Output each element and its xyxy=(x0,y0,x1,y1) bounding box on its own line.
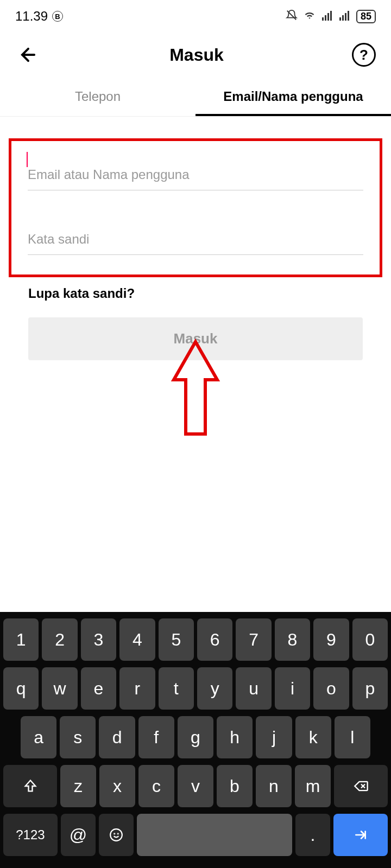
key-0[interactable]: 0 xyxy=(352,618,388,661)
key-p[interactable]: p xyxy=(352,667,388,710)
key-emoji[interactable] xyxy=(99,814,134,856)
key-9[interactable]: 9 xyxy=(313,618,349,661)
b-icon: B xyxy=(52,11,63,22)
key-symbols[interactable]: ?123 xyxy=(3,814,58,856)
svg-rect-0 xyxy=(322,17,324,21)
key-6[interactable]: 6 xyxy=(197,618,232,661)
back-button[interactable] xyxy=(15,42,41,68)
svg-rect-5 xyxy=(342,15,344,21)
key-backspace[interactable] xyxy=(334,765,388,807)
key-i[interactable]: i xyxy=(275,667,310,710)
status-time: 11.39 xyxy=(15,9,48,24)
key-5[interactable]: 5 xyxy=(159,618,194,661)
tabs: Telepon Email/Nama pengguna xyxy=(0,79,391,117)
tab-phone[interactable]: Telepon xyxy=(0,79,195,116)
key-7[interactable]: 7 xyxy=(236,618,271,661)
key-k[interactable]: k xyxy=(295,716,331,758)
svg-rect-4 xyxy=(339,17,341,21)
svg-point-8 xyxy=(110,829,122,841)
key-h[interactable]: h xyxy=(217,716,253,758)
mute-icon xyxy=(286,9,298,23)
arrow-annotation xyxy=(163,336,228,442)
password-input[interactable] xyxy=(28,216,363,255)
key-period[interactable]: . xyxy=(295,814,330,856)
key-8[interactable]: 8 xyxy=(275,618,310,661)
key-3[interactable]: 3 xyxy=(81,618,116,661)
page-title: Masuk xyxy=(169,45,224,65)
svg-point-9 xyxy=(114,833,115,834)
key-m[interactable]: m xyxy=(295,765,331,807)
key-2[interactable]: 2 xyxy=(42,618,77,661)
key-y[interactable]: y xyxy=(197,667,232,710)
key-b[interactable]: b xyxy=(217,765,253,807)
key-space[interactable] xyxy=(137,814,292,856)
svg-rect-1 xyxy=(325,15,326,21)
kb-row-4: z x c v b n m xyxy=(3,765,388,807)
status-left: 11.39 B xyxy=(15,9,63,24)
key-c[interactable]: c xyxy=(138,765,174,807)
header: Masuk ? xyxy=(0,30,391,79)
kb-row-2: q w e r t y u i o p xyxy=(3,667,388,710)
signal-icon xyxy=(321,10,333,23)
username-input[interactable] xyxy=(28,152,363,190)
key-w[interactable]: w xyxy=(42,667,77,710)
key-enter[interactable] xyxy=(333,814,388,856)
key-t[interactable]: t xyxy=(159,667,194,710)
tab-email-username[interactable]: Email/Nama pengguna xyxy=(195,79,391,116)
key-q[interactable]: q xyxy=(3,667,39,710)
wifi-icon xyxy=(303,10,316,23)
status-bar: 11.39 B 85 xyxy=(0,0,391,30)
kb-row-5: ?123 @ . xyxy=(3,814,388,856)
key-a[interactable]: a xyxy=(21,716,56,758)
key-g[interactable]: g xyxy=(178,716,213,758)
status-right: 85 xyxy=(286,9,376,23)
svg-rect-2 xyxy=(327,13,329,21)
key-n[interactable]: n xyxy=(256,765,292,807)
key-x[interactable]: x xyxy=(99,765,135,807)
help-button[interactable]: ? xyxy=(352,43,376,67)
key-f[interactable]: f xyxy=(138,716,174,758)
svg-point-10 xyxy=(118,833,118,834)
kb-row-1: 1 2 3 4 5 6 7 8 9 0 xyxy=(3,618,388,661)
form-highlight-box xyxy=(9,138,382,277)
svg-rect-3 xyxy=(330,11,332,21)
key-d[interactable]: d xyxy=(99,716,135,758)
svg-rect-6 xyxy=(345,13,346,21)
key-l[interactable]: l xyxy=(335,716,370,758)
key-v[interactable]: v xyxy=(178,765,213,807)
key-u[interactable]: u xyxy=(236,667,271,710)
key-e[interactable]: e xyxy=(81,667,116,710)
key-at[interactable]: @ xyxy=(61,814,96,856)
battery-indicator: 85 xyxy=(356,10,376,23)
forgot-password-link[interactable]: Lupa kata sandi? xyxy=(28,286,391,301)
key-shift[interactable] xyxy=(3,765,57,807)
key-j[interactable]: j xyxy=(256,716,292,758)
key-4[interactable]: 4 xyxy=(119,618,155,661)
signal-icon-2 xyxy=(339,10,351,23)
key-r[interactable]: r xyxy=(119,667,155,710)
svg-rect-7 xyxy=(348,11,349,21)
kb-row-3: a s d f g h j k l xyxy=(3,716,388,758)
key-1[interactable]: 1 xyxy=(3,618,39,661)
key-o[interactable]: o xyxy=(313,667,349,710)
key-s[interactable]: s xyxy=(60,716,96,758)
keyboard: 1 2 3 4 5 6 7 8 9 0 q w e r t y u i o p … xyxy=(0,612,391,868)
key-z[interactable]: z xyxy=(60,765,96,807)
